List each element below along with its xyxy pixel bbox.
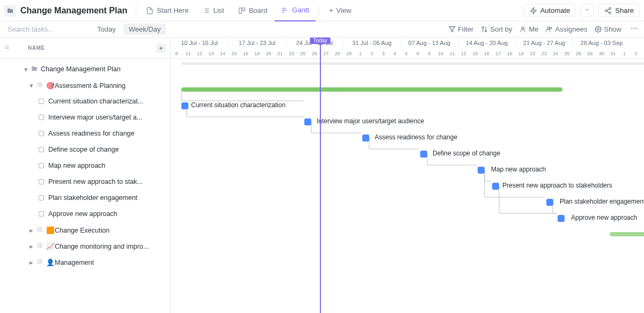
day-header: 22 — [286, 48, 297, 59]
tab-list[interactable]: List — [196, 0, 230, 21]
task-bar-label: Map new approach — [491, 166, 546, 173]
caret-icon[interactable]: ▸ — [28, 242, 34, 250]
day-header: 18 — [240, 48, 251, 59]
day-header: 16 — [481, 48, 492, 59]
share-button[interactable]: Share — [598, 4, 640, 17]
status-icon[interactable] — [39, 147, 44, 152]
day-header: 2 — [366, 48, 377, 59]
svg-point-24 — [631, 28, 632, 29]
task-row[interactable]: Define scope of change — [0, 141, 170, 158]
caret-icon[interactable]: ▸ — [28, 226, 34, 234]
show-button[interactable]: Show — [595, 25, 621, 33]
svg-point-41 — [37, 227, 38, 228]
project-row[interactable]: ▾ Change Management Plan — [0, 61, 170, 77]
week-header: 28 Aug - 03 Sep — [573, 38, 630, 48]
group-row[interactable]: ▸ 🟧Change Execution — [0, 222, 170, 238]
status-icon[interactable] — [39, 115, 44, 120]
folder-icon[interactable] — [4, 5, 16, 17]
week-header: 14 Aug - 20 Aug — [458, 38, 515, 48]
svg-point-42 — [37, 229, 38, 229]
status-icon[interactable] — [39, 179, 44, 184]
automate-button[interactable]: Automate — [524, 4, 576, 17]
list-icon — [36, 226, 43, 234]
task-bar[interactable] — [546, 199, 553, 206]
task-row[interactable]: Map new approach — [0, 158, 170, 174]
day-header: 22 — [527, 48, 538, 59]
svg-point-13 — [605, 10, 608, 12]
filter-button[interactable]: Filter — [449, 25, 473, 33]
day-header: 1 — [619, 48, 630, 59]
tab-gantt[interactable]: Gantt — [275, 0, 316, 21]
task-bar[interactable] — [420, 151, 427, 158]
add-view-button[interactable]: + View — [323, 6, 358, 14]
range-button[interactable]: Week/Day — [123, 24, 166, 35]
tab-start-here[interactable]: Start Here — [140, 0, 195, 21]
week-header: 10 Jul - 16 Jul — [171, 38, 228, 48]
day-header: 12 — [194, 48, 205, 59]
group-row[interactable]: ▾ 🎯Assessment & Planning — [0, 77, 170, 93]
bolt-icon — [530, 7, 537, 14]
day-header: 31 — [607, 48, 618, 59]
group-summary-bar[interactable] — [610, 232, 644, 236]
folder-icon — [31, 65, 38, 73]
caret-down-icon[interactable]: ▾ — [23, 65, 29, 73]
task-label: Interview major users/target a... — [48, 114, 142, 121]
day-header: 20 — [263, 48, 274, 59]
svg-point-53 — [37, 259, 38, 260]
caret-icon[interactable]: ▸ — [28, 258, 34, 266]
svg-marker-11 — [530, 8, 536, 14]
group-row[interactable]: ▸ 📈Change monitoring and impro... — [0, 238, 170, 254]
status-icon[interactable] — [39, 131, 44, 136]
tab-board[interactable]: Board — [232, 0, 274, 21]
assignees-button[interactable]: Assignees — [546, 25, 587, 33]
header: Change Management Plan Start Here List B… — [0, 0, 644, 21]
week-header: 17 Jul - 23 Jul — [228, 38, 286, 48]
svg-point-43 — [37, 230, 38, 231]
task-row[interactable]: Present new approach to stak... — [0, 174, 170, 190]
task-bar[interactable] — [492, 183, 499, 190]
day-header: 26 — [309, 48, 320, 59]
group-label: 👤Management — [46, 258, 94, 266]
task-row[interactable]: Approve new approach — [0, 206, 170, 222]
task-bar[interactable] — [304, 118, 311, 125]
day-header: 23 — [538, 48, 550, 59]
day-header: 1 — [355, 48, 366, 59]
day-header: 26 — [573, 48, 584, 59]
caret-icon[interactable]: ▾ — [28, 81, 34, 90]
chevron-down-icon — [584, 6, 590, 13]
status-icon[interactable] — [39, 163, 44, 168]
search-input[interactable] — [8, 25, 98, 33]
day-header: 21 — [274, 48, 286, 59]
more-button[interactable] — [629, 23, 640, 35]
task-row[interactable]: Interview major users/target a... — [0, 109, 170, 125]
task-row[interactable]: Assess readiness for change — [0, 125, 170, 141]
drag-handle-icon[interactable] — [4, 43, 10, 53]
task-label: Current situation characterizat... — [48, 98, 143, 105]
svg-point-55 — [37, 263, 38, 263]
tab-label: Board — [249, 6, 268, 14]
group-summary-bar[interactable] — [181, 87, 562, 92]
gear-icon — [595, 26, 602, 33]
task-row[interactable]: Current situation characterizat... — [0, 93, 170, 109]
svg-point-20 — [522, 27, 524, 29]
add-view-label: View — [336, 6, 352, 14]
sort-button[interactable]: Sort by — [481, 25, 512, 33]
task-bar[interactable] — [181, 102, 188, 109]
task-bar[interactable] — [362, 135, 369, 141]
automate-dropdown[interactable] — [580, 4, 594, 17]
me-button[interactable]: Me — [519, 25, 538, 33]
status-icon[interactable] — [39, 195, 44, 200]
svg-point-25 — [634, 28, 635, 29]
task-label: Define scope of change — [48, 146, 119, 153]
task-row[interactable]: Plan stakeholder engagement — [0, 190, 170, 206]
add-column-button[interactable] — [156, 43, 166, 53]
task-label: Assess readiness for change — [48, 130, 135, 137]
task-bar[interactable] — [558, 215, 565, 222]
day-header: 17 — [493, 48, 504, 59]
task-bar[interactable] — [478, 167, 485, 174]
status-icon[interactable] — [39, 99, 44, 104]
tab-label: Start Here — [157, 6, 188, 14]
group-row[interactable]: ▸ 👤Management — [0, 254, 170, 270]
today-button[interactable]: Today — [93, 24, 120, 34]
status-icon[interactable] — [39, 211, 44, 217]
